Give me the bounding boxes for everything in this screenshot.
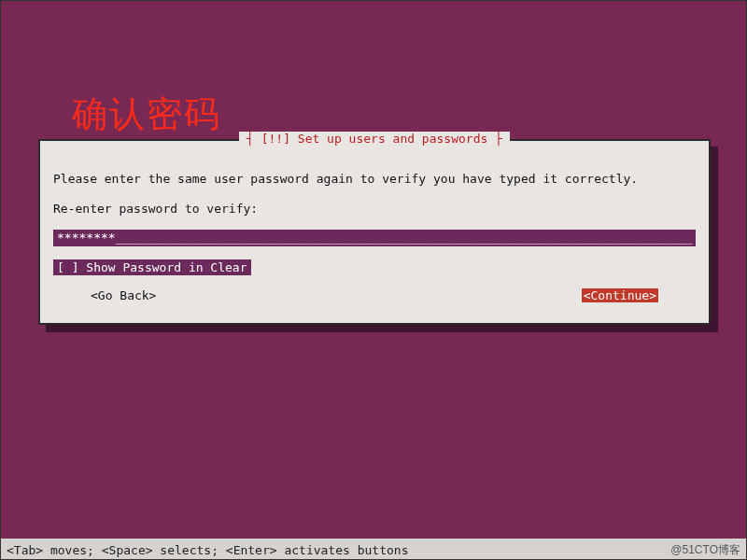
button-row: <Go Back> <Continue>: [53, 288, 696, 308]
checkbox-label: Show Password in Clear: [86, 260, 247, 274]
watermark: @51CTO博客: [670, 542, 740, 558]
prompt-label: Re-enter password to verify:: [53, 201, 696, 217]
input-fill: ________________________________________…: [116, 231, 693, 245]
title-bracket-close: ├: [487, 132, 502, 146]
go-back-button[interactable]: <Go Back>: [91, 288, 156, 302]
dialog-title-text: [!!] Set up users and passwords: [261, 132, 488, 146]
dialog-container: ┤ [!!] Set up users and passwords ├ Plea…: [38, 139, 711, 325]
password-dialog: ┤ [!!] Set up users and passwords ├ Plea…: [38, 139, 711, 325]
show-password-checkbox[interactable]: [ ] Show Password in Clear: [53, 259, 251, 275]
page-title: 确认密码: [72, 91, 221, 138]
instruction-text: Please enter the same user password agai…: [53, 171, 696, 188]
password-input[interactable]: ********________________________________…: [53, 230, 696, 246]
continue-button[interactable]: <Continue>: [582, 288, 658, 302]
password-value: ********: [57, 231, 116, 245]
checkbox-box: [ ]: [57, 260, 78, 274]
footer-bar: <Tab> moves; <Space> selects; <Enter> ac…: [1, 539, 746, 559]
footer-hint: <Tab> moves; <Space> selects; <Enter> ac…: [7, 543, 408, 557]
title-bracket-open: ┤: [247, 132, 261, 146]
dialog-title: ┤ [!!] Set up users and passwords ├: [239, 132, 510, 146]
